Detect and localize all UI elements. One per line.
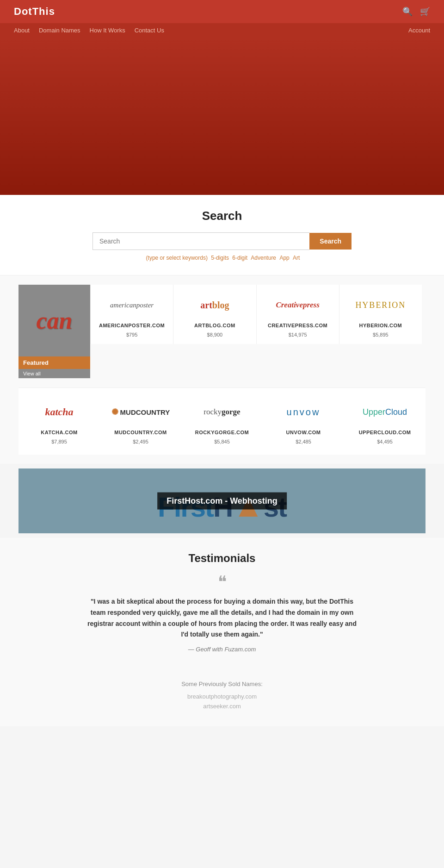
domain-logo-artblog: artblog	[200, 291, 229, 319]
domain-price-unvow: $2,485	[296, 439, 311, 444]
search-title: Search	[23, 209, 421, 223]
nav-contact-us[interactable]: Contact Us	[135, 27, 164, 34]
ad-title-bar: FirstHost.com - Webhosting	[157, 493, 287, 510]
search-input[interactable]	[92, 232, 309, 250]
nav-domain-names[interactable]: Domain Names	[39, 27, 80, 34]
domain-name-mudcountry: MUDCOUNTRY.COM	[114, 430, 167, 435]
header-nav: About Domain Names How It Works Contact …	[0, 23, 444, 37]
quote-icon: ❝	[18, 572, 426, 592]
domain-item-rockygorge[interactable]: rockygorge ROCKYGORGE.COM $5,845	[181, 394, 263, 448]
domain-name-katcha: KATCHA.COM	[41, 430, 77, 435]
featured-banner: can Featured View all	[18, 285, 90, 378]
domain-item-mudcountry[interactable]: ✺MUDCOUNTRY MUDCOUNTRY.COM $2,495	[100, 394, 181, 448]
featured-banner-img: can	[18, 285, 90, 356]
domain-name-creativepress: CREATIVEPRESS.COM	[268, 323, 327, 328]
domain-item-katcha[interactable]: katcha KATCHA.COM $7,895	[18, 394, 100, 448]
domain-price-katcha: $7,895	[51, 439, 67, 444]
domain-price-artblog: $8,900	[207, 332, 223, 337]
logo-uppercloud: UpperCloud	[363, 407, 407, 417]
testimonial-author: — Geoff with Fuzam.com	[18, 646, 426, 653]
featured-domain-items: americanposter AMERICANPOSTER.COM $795 a…	[90, 285, 426, 344]
logo-unvow: unvow	[287, 407, 321, 418]
header-top: DotThis 🔍 🛒	[0, 0, 444, 23]
sold-item-2: artseeker.com	[18, 703, 426, 710]
domain-name-americanposter: AMERICANPOSTER.COM	[99, 323, 165, 328]
domain-logo-rockygorge: rockygorge	[204, 398, 240, 426]
domain-name-hyberion: HYBERION.COM	[359, 323, 402, 328]
sold-section: Some Previously Sold Names: breakoutphot…	[0, 667, 444, 726]
domain-item-unvow[interactable]: unvow UNVOW.COM $2,485	[263, 394, 344, 448]
featured-section: can Featured View all americanposter AME…	[0, 275, 444, 387]
keyword-app[interactable]: App	[279, 255, 289, 261]
testimonial-text: "I was a bit skeptical about the process…	[83, 596, 361, 640]
domain-price-mudcountry: $2,495	[133, 439, 148, 444]
search-section: Search Search (type or select keywords) …	[0, 195, 444, 275]
keyword-6digit[interactable]: 6-digit	[232, 255, 247, 261]
domain-logo-mudcountry: ✺MUDCOUNTRY	[111, 398, 170, 426]
hero-banner	[0, 37, 444, 195]
domain-price-americanposter: $795	[126, 332, 137, 337]
search-hint: (type or select keywords)	[146, 255, 208, 261]
ad-banner[interactable]: FirstH▲st FirstHost.com - Webhosting	[18, 468, 426, 533]
nav-account[interactable]: Account	[408, 27, 430, 34]
keyword-art[interactable]: Art	[293, 255, 300, 261]
search-bar: Search	[92, 232, 352, 250]
featured-grid: can Featured View all americanposter AME…	[18, 285, 426, 378]
domain-item-hyberion[interactable]: HYBERION HYBERION.COM $5,895	[339, 285, 422, 344]
nav-how-it-works[interactable]: How It Works	[90, 27, 125, 34]
domain-logo-creativepress: Creativepress	[276, 291, 319, 319]
domain-item-artblog[interactable]: artblog ARTBLOG.COM $8,900	[173, 285, 256, 344]
logo-americanposter: americanposter	[110, 301, 154, 309]
domain-name-unvow: UNVOW.COM	[286, 430, 321, 435]
domain-price-rockygorge: $5,845	[214, 439, 230, 444]
domain-price-hyberion: $5,895	[373, 332, 388, 337]
site-logo: DotThis	[14, 6, 55, 18]
domain-item-creativepress[interactable]: Creativepress CREATIVEPRESS.COM $14,975	[256, 285, 339, 344]
domain-logo-hyberion: HYBERION	[355, 291, 406, 319]
logo-rockygorge: rockygorge	[204, 407, 240, 417]
domain-item-americanposter[interactable]: americanposter AMERICANPOSTER.COM $795	[90, 285, 173, 344]
second-row: katcha KATCHA.COM $7,895 ✺MUDCOUNTRY MUD…	[0, 387, 444, 464]
domain-logo-unvow: unvow	[287, 398, 321, 426]
sold-title: Some Previously Sold Names:	[18, 681, 426, 687]
header-icons: 🔍 🛒	[402, 6, 430, 17]
search-button[interactable]: Search	[309, 233, 352, 250]
domain-item-uppercloud[interactable]: UpperCloud UPPERCLOUD.COM $4,495	[344, 394, 426, 448]
featured-viewall[interactable]: View all	[18, 369, 90, 378]
sold-item-1: breakoutphotography.com	[18, 693, 426, 700]
domain-logo-katcha: katcha	[45, 398, 73, 426]
logo-hyberion: HYBERION	[355, 300, 406, 310]
nav-links: About Domain Names How It Works Contact …	[14, 27, 164, 34]
featured-can-text: can	[37, 307, 73, 334]
search-icon[interactable]: 🔍	[402, 6, 413, 17]
keyword-5digits[interactable]: 5-digits	[211, 255, 229, 261]
logo-artblog: artblog	[200, 300, 229, 311]
domain-name-uppercloud: UPPERCLOUD.COM	[359, 430, 411, 435]
featured-label: Featured	[18, 356, 90, 369]
logo-mudcountry: ✺MUDCOUNTRY	[111, 407, 170, 417]
domain-price-uppercloud: $4,495	[377, 439, 393, 444]
second-row-inner: katcha KATCHA.COM $7,895 ✺MUDCOUNTRY MUD…	[18, 387, 426, 455]
domain-name-artblog: ARTBLOG.COM	[194, 323, 235, 328]
domain-name-rockygorge: ROCKYGORGE.COM	[195, 430, 249, 435]
search-keywords: (type or select keywords) 5-digits 6-dig…	[23, 255, 421, 261]
domain-price-creativepress: $14,975	[289, 332, 307, 337]
cart-icon[interactable]: 🛒	[420, 6, 430, 17]
domain-logo-americanposter: americanposter	[110, 291, 154, 319]
logo-creativepress: Creativepress	[276, 300, 319, 310]
domain-logo-uppercloud: UpperCloud	[363, 398, 407, 426]
nav-about[interactable]: About	[14, 27, 30, 34]
keyword-adventure[interactable]: Adventure	[251, 255, 276, 261]
testimonials-title: Testimonials	[18, 552, 426, 565]
testimonials-section: Testimonials ❝ "I was a bit skeptical ab…	[0, 538, 444, 667]
logo-katcha: katcha	[45, 406, 73, 418]
